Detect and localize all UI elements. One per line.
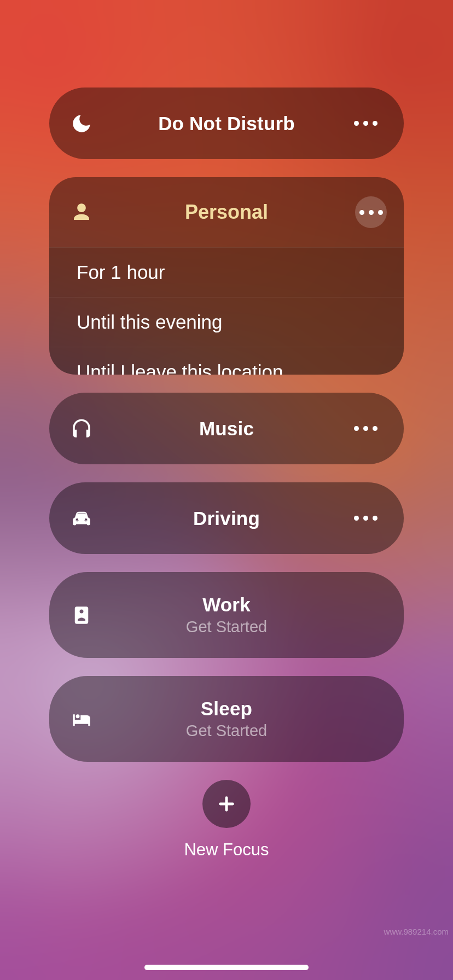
focus-sublabel: Get Started (186, 618, 267, 636)
add-focus-button[interactable] (202, 780, 251, 828)
ellipsis-icon (354, 426, 378, 431)
badge-icon (49, 604, 115, 627)
focus-mode-work[interactable]: Work Get Started (49, 572, 404, 658)
focus-label: Sleep (201, 698, 252, 720)
focus-sublabel: Get Started (186, 722, 267, 740)
new-focus-label: New Focus (184, 840, 269, 860)
more-button-dnd[interactable] (338, 121, 404, 126)
focus-mode-dnd[interactable]: Do Not Disturb (49, 88, 404, 159)
headphones-icon (49, 417, 115, 440)
home-indicator[interactable] (144, 965, 309, 970)
focus-label: Music (199, 418, 254, 440)
focus-label: Do Not Disturb (158, 113, 295, 135)
focus-mode-personal[interactable]: Personal (49, 177, 404, 247)
car-icon (49, 507, 115, 530)
focus-mode-sleep[interactable]: Sleep Get Started (49, 676, 404, 762)
focus-mode-music[interactable]: Music (49, 393, 404, 464)
duration-option-location[interactable]: Until I leave this location Home (49, 347, 404, 375)
ellipsis-icon (354, 121, 378, 126)
focus-mode-driving[interactable]: Driving (49, 482, 404, 554)
moon-icon (49, 112, 115, 135)
new-focus-section: New Focus (49, 780, 404, 980)
focus-label: Personal (115, 201, 338, 224)
ellipsis-icon (359, 210, 383, 215)
more-button-driving[interactable] (338, 516, 404, 521)
more-button-personal[interactable] (355, 196, 387, 228)
more-button-music[interactable] (338, 426, 404, 431)
focus-control-center: Do Not Disturb Personal For 1 hour Until… (0, 0, 453, 980)
duration-option-1hour[interactable]: For 1 hour (49, 247, 404, 297)
plus-icon (217, 795, 236, 813)
bed-icon (49, 708, 115, 731)
ellipsis-icon (354, 516, 378, 521)
focus-mode-personal-expanded: Personal For 1 hour Until this evening U… (49, 177, 404, 375)
focus-label: Driving (193, 508, 260, 529)
focus-label: Work (202, 594, 251, 616)
watermark: www.989214.com (384, 927, 449, 936)
duration-option-evening[interactable]: Until this evening (49, 297, 404, 347)
person-icon (49, 201, 115, 224)
